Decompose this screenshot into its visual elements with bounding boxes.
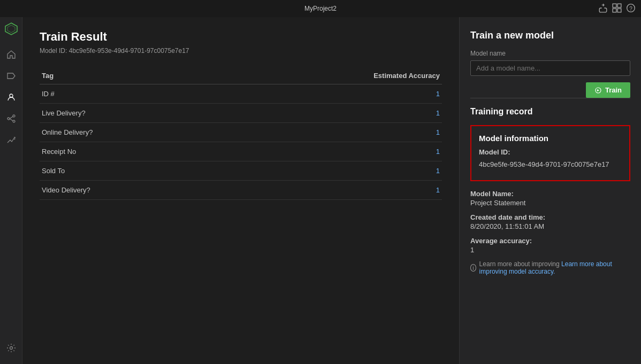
created-detail-key: Created date and time: (470, 213, 630, 221)
sidebar-item-label[interactable] (2, 66, 21, 86)
svg-rect-3 (617, 9, 621, 12)
table-row: Online Delivery? 1 (40, 123, 442, 142)
svg-text:?: ? (629, 5, 632, 11)
accuracy-cell: 1 (217, 142, 442, 161)
sidebar-item-model[interactable] (2, 88, 21, 107)
section-divider (470, 98, 630, 98)
sidebar-item-home[interactable] (2, 45, 21, 64)
main-layout: Train Result Model ID: 4bc9e5fe-953e-49d… (0, 17, 641, 364)
sidebar-item-predict[interactable] (2, 130, 21, 150)
sidebar (0, 17, 22, 364)
learn-more-section: i Learn more about improving Learn more … (470, 260, 630, 275)
tag-cell: Online Delivery? (40, 123, 217, 142)
created-detail-value: 8/20/2020, 11:51:01 AM (470, 222, 630, 230)
model-name-label: Model name (470, 50, 630, 57)
help-icon[interactable]: ? (626, 3, 636, 14)
svg-line-13 (10, 119, 13, 121)
svg-line-12 (10, 117, 13, 119)
model-name-detail-key: Model Name: (470, 190, 630, 198)
model-id-value-row: 4bc9e5fe-953e-49d4-9701-97c0075e7e17 (479, 160, 622, 168)
model-name-detail-row: Model Name: Project Statement (470, 190, 630, 207)
app-logo (4, 21, 19, 36)
tag-cell: ID # (40, 84, 217, 104)
learn-more-text[interactable]: Learn more about improving Learn more ab… (479, 260, 630, 275)
tag-cell: Video Delivery? (40, 181, 217, 200)
svg-point-10 (13, 115, 15, 117)
train-button-label: Train (605, 86, 622, 94)
accuracy-cell: 1 (217, 181, 442, 200)
train-button[interactable]: Train (586, 82, 630, 98)
model-info-card-title: Model information (479, 134, 622, 143)
col-tag-header: Tag (40, 67, 217, 84)
layout-icon[interactable] (612, 3, 622, 14)
share-icon[interactable] (598, 3, 608, 14)
titlebar: MyProject2 ? (0, 0, 641, 17)
avg-accuracy-key: Average accuracy: (470, 237, 630, 245)
content-area: Train Result Model ID: 4bc9e5fe-953e-49d… (22, 17, 641, 364)
model-id-subtitle: Model ID: 4bc9e5fe-953e-49d4-9701-97c007… (40, 47, 442, 55)
svg-rect-0 (613, 4, 616, 7)
tag-cell: Live Delivery? (40, 104, 217, 123)
svg-marker-6 (5, 23, 17, 35)
svg-point-9 (7, 118, 10, 120)
training-record-title: Training record (470, 107, 630, 117)
titlebar-icons: ? (598, 3, 636, 14)
model-id-key: Model ID: (479, 148, 510, 156)
svg-rect-2 (613, 9, 616, 12)
accuracy-cell: 1 (217, 123, 442, 142)
page-title: Train Result (40, 30, 442, 44)
tag-cell: Sold To (40, 161, 217, 181)
right-panel: Train a new model Model name Train Train… (459, 17, 641, 364)
train-section-title: Train a new model (470, 30, 630, 41)
table-row: Sold To 1 (40, 161, 442, 181)
model-name-detail-value: Project Statement (470, 199, 630, 207)
details-section: Model Name: Project Statement Created da… (470, 190, 630, 254)
avg-accuracy-value: 1 (470, 246, 630, 254)
avg-accuracy-row: Average accuracy: 1 (470, 237, 630, 254)
accuracy-cell: 1 (217, 84, 442, 104)
model-name-input[interactable] (470, 60, 630, 76)
titlebar-title: MyProject2 (304, 5, 337, 12)
table-row: Live Delivery? 1 (40, 104, 442, 123)
svg-rect-1 (617, 4, 621, 7)
svg-point-11 (13, 120, 15, 122)
svg-point-8 (10, 94, 13, 97)
accuracy-cell: 1 (217, 104, 442, 123)
table-row: Receipt No 1 (40, 142, 442, 161)
left-panel: Train Result Model ID: 4bc9e5fe-953e-49d… (22, 17, 459, 364)
tag-cell: Receipt No (40, 142, 217, 161)
info-circle-icon: i (470, 264, 476, 272)
table-row: ID # 1 (40, 84, 442, 104)
sidebar-item-connections[interactable] (2, 109, 21, 128)
sidebar-item-settings[interactable] (2, 338, 21, 358)
svg-marker-7 (7, 25, 15, 33)
accuracy-table: Tag Estimated Accuracy ID # 1 Live Deliv… (40, 67, 442, 200)
model-info-card: Model information Model ID: 4bc9e5fe-953… (470, 125, 630, 181)
accuracy-cell: 1 (217, 161, 442, 181)
created-detail-row: Created date and time: 8/20/2020, 11:51:… (470, 213, 630, 230)
model-id-card-value: 4bc9e5fe-953e-49d4-9701-97c0075e7e17 (479, 160, 609, 168)
svg-point-14 (10, 347, 12, 350)
model-id-row: Model ID: (479, 148, 622, 156)
train-icon (594, 87, 602, 94)
table-row: Video Delivery? 1 (40, 181, 442, 200)
col-accuracy-header: Estimated Accuracy (217, 67, 442, 84)
sidebar-bottom (2, 338, 21, 364)
